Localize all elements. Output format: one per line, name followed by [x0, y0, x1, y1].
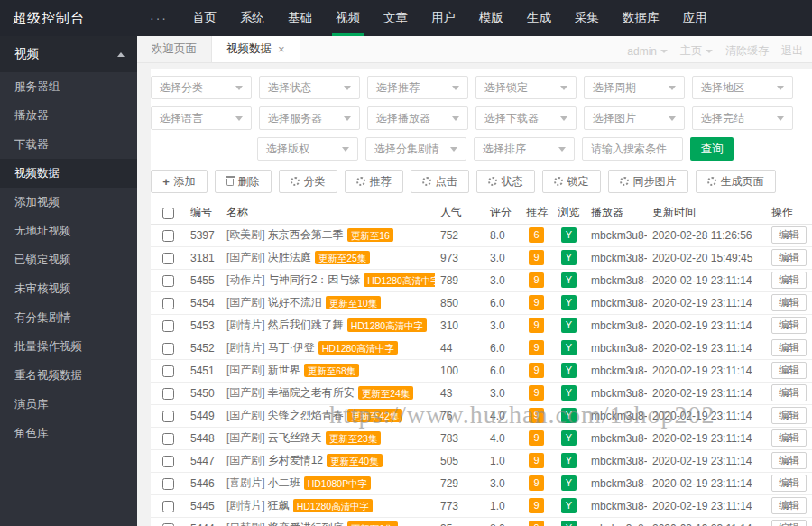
- select-all-checkbox[interactable]: [162, 208, 174, 219]
- row-checkbox[interactable]: [162, 343, 174, 355]
- col-updated[interactable]: 更新时间: [647, 202, 766, 224]
- col-name[interactable]: 名称: [221, 202, 435, 224]
- sidebar-item[interactable]: 服务器组: [0, 72, 137, 101]
- toolbar-button[interactable]: 点击: [411, 170, 469, 193]
- nav-item[interactable]: 数据库: [611, 0, 671, 36]
- sidebar-item[interactable]: 角色库: [0, 419, 137, 448]
- edit-button[interactable]: 编辑: [771, 520, 807, 526]
- user-menu[interactable]: admin: [627, 45, 668, 58]
- video-title[interactable]: 幸福院之老有所安: [268, 386, 355, 399]
- toolbar-button[interactable]: 锁定: [542, 170, 601, 193]
- nav-item[interactable]: 基础: [276, 0, 324, 36]
- toolbar-button[interactable]: 生成页面: [696, 170, 776, 193]
- logout-link[interactable]: 退出: [781, 43, 803, 59]
- edit-button[interactable]: 编辑: [771, 497, 807, 514]
- row-checkbox[interactable]: [162, 275, 174, 287]
- row-checkbox[interactable]: [162, 320, 174, 332]
- search-input[interactable]: [582, 137, 683, 161]
- row-checkbox[interactable]: [162, 433, 174, 445]
- nav-item[interactable]: 采集: [563, 0, 611, 36]
- col-recommend[interactable]: 推荐: [521, 202, 552, 224]
- row-checkbox[interactable]: [162, 523, 174, 526]
- video-title[interactable]: 然后我们跳了舞: [268, 318, 344, 331]
- nav-item[interactable]: 模版: [467, 0, 515, 36]
- nav-item[interactable]: 应用: [671, 0, 719, 36]
- col-popularity[interactable]: 人气: [435, 202, 484, 224]
- edit-button[interactable]: 编辑: [771, 407, 807, 424]
- edit-button[interactable]: 编辑: [771, 475, 807, 492]
- row-checkbox[interactable]: [162, 411, 174, 422]
- filter-select[interactable]: 选择播放器: [367, 106, 468, 130]
- edit-button[interactable]: 编辑: [771, 317, 807, 334]
- row-checkbox[interactable]: [162, 456, 174, 467]
- filter-select[interactable]: 选择完结: [692, 106, 793, 130]
- toolbar-button[interactable]: 状态: [476, 170, 535, 193]
- row-checkbox[interactable]: [162, 388, 174, 400]
- toolbar-button[interactable]: 删除: [215, 170, 272, 193]
- video-title[interactable]: 新世界: [268, 364, 300, 376]
- tab-welcome[interactable]: 欢迎页面: [137, 36, 212, 62]
- sidebar-item[interactable]: 下载器: [0, 130, 137, 159]
- filter-select[interactable]: 选择推荐: [367, 76, 468, 99]
- edit-button[interactable]: 编辑: [771, 452, 807, 469]
- sidebar-item[interactable]: 有分集剧情: [0, 303, 137, 332]
- edit-button[interactable]: 编辑: [771, 294, 807, 311]
- search-button[interactable]: 查询: [690, 137, 734, 161]
- homepage-menu[interactable]: 主页: [680, 43, 713, 59]
- sidebar-item[interactable]: 播放器: [0, 101, 137, 130]
- video-title[interactable]: 狂飙: [268, 499, 290, 512]
- sidebar-header[interactable]: 视频: [0, 36, 137, 72]
- video-title[interactable]: 决胜法庭: [268, 251, 311, 263]
- sidebar-item[interactable]: 批量操作视频: [0, 332, 137, 361]
- edit-button[interactable]: 编辑: [771, 384, 807, 401]
- nav-item[interactable]: 生成: [515, 0, 563, 36]
- row-checkbox[interactable]: [162, 478, 174, 490]
- toolbar-button[interactable]: 同步图片: [608, 170, 688, 193]
- row-checkbox[interactable]: [162, 253, 174, 264]
- nav-item[interactable]: 首页: [180, 0, 228, 36]
- edit-button[interactable]: 编辑: [771, 339, 807, 356]
- filter-select[interactable]: 选择周期: [584, 76, 685, 99]
- tab-video-data[interactable]: 视频数据 ×: [212, 36, 300, 62]
- video-title[interactable]: 云飞丝路天: [268, 431, 322, 444]
- row-checkbox[interactable]: [162, 365, 174, 377]
- edit-button[interactable]: 编辑: [771, 249, 807, 266]
- nav-item[interactable]: 系统: [228, 0, 276, 36]
- filter-select[interactable]: 选择地区: [692, 76, 793, 99]
- sidebar-item[interactable]: 添加视频: [0, 188, 137, 217]
- sidebar-item[interactable]: 无地址视频: [0, 217, 137, 245]
- col-score[interactable]: 评分: [484, 202, 521, 224]
- col-player[interactable]: 播放器: [586, 202, 647, 224]
- edit-button[interactable]: 编辑: [771, 429, 807, 447]
- video-title[interactable]: 尖锋之烈焰青春: [268, 409, 344, 421]
- clear-cache-link[interactable]: 清除缓存: [725, 43, 769, 59]
- more-menu-icon[interactable]: ···: [137, 11, 180, 25]
- filter-select[interactable]: 选择版权: [257, 137, 358, 161]
- filter-select[interactable]: 选择状态: [259, 76, 360, 99]
- edit-button[interactable]: 编辑: [771, 362, 807, 379]
- nav-item[interactable]: 用户: [420, 0, 467, 36]
- sidebar-item[interactable]: 视频数据: [0, 159, 137, 188]
- filter-select[interactable]: 选择分集剧情: [365, 137, 466, 161]
- sidebar-item[interactable]: 已锁定视频: [0, 245, 137, 274]
- sidebar-item[interactable]: 重名视频数据: [0, 361, 137, 390]
- filter-select[interactable]: 选择语言: [151, 106, 252, 130]
- toolbar-button[interactable]: 分类: [279, 170, 337, 193]
- video-title[interactable]: 与神同行2：因与缘: [268, 273, 361, 286]
- edit-button[interactable]: 编辑: [771, 272, 807, 289]
- video-title[interactable]: 马丁·伊登: [268, 341, 315, 354]
- filter-select[interactable]: 选择服务器: [259, 106, 360, 130]
- edit-button[interactable]: 编辑: [771, 226, 807, 244]
- row-checkbox[interactable]: [162, 298, 174, 309]
- sidebar-item[interactable]: 未审核视频: [0, 274, 137, 303]
- filter-select[interactable]: 选择图片: [584, 106, 685, 130]
- nav-item[interactable]: 文章: [372, 0, 420, 36]
- col-id[interactable]: 编号: [185, 202, 221, 224]
- nav-item[interactable]: 视频: [324, 0, 372, 36]
- video-title[interactable]: 乡村爱情12: [268, 454, 323, 466]
- filter-select[interactable]: 选择下载器: [475, 106, 577, 130]
- toolbar-button[interactable]: 添加: [151, 170, 208, 193]
- filter-select[interactable]: 选择分类: [151, 76, 252, 99]
- row-checkbox[interactable]: [162, 230, 174, 242]
- video-title[interactable]: 说好不流泪: [268, 296, 322, 309]
